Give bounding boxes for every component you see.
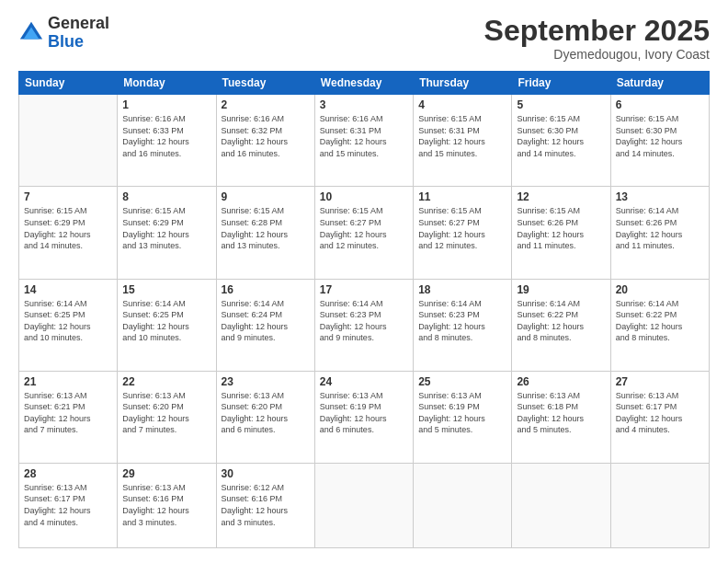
table-row: 17Sunrise: 6:14 AM Sunset: 6:23 PM Dayli… bbox=[314, 279, 413, 371]
col-friday: Friday bbox=[512, 72, 610, 95]
table-row: 30Sunrise: 6:12 AM Sunset: 6:16 PM Dayli… bbox=[216, 463, 314, 547]
day-number: 29 bbox=[122, 467, 210, 480]
day-number: 2 bbox=[222, 98, 310, 111]
day-number: 24 bbox=[320, 375, 408, 388]
table-row: 7Sunrise: 6:15 AM Sunset: 6:29 PM Daylig… bbox=[19, 187, 118, 279]
table-row: 22Sunrise: 6:13 AM Sunset: 6:20 PM Dayli… bbox=[118, 371, 216, 463]
day-info: Sunrise: 6:15 AM Sunset: 6:30 PM Dayligh… bbox=[517, 113, 605, 159]
table-row: 24Sunrise: 6:13 AM Sunset: 6:19 PM Dayli… bbox=[314, 371, 413, 463]
day-info: Sunrise: 6:15 AM Sunset: 6:29 PM Dayligh… bbox=[122, 205, 210, 251]
day-info: Sunrise: 6:14 AM Sunset: 6:26 PM Dayligh… bbox=[616, 205, 704, 251]
table-row: 3Sunrise: 6:16 AM Sunset: 6:31 PM Daylig… bbox=[314, 95, 413, 187]
day-number: 14 bbox=[24, 283, 112, 296]
day-number: 28 bbox=[24, 467, 112, 480]
table-row bbox=[314, 463, 413, 547]
table-row: 11Sunrise: 6:15 AM Sunset: 6:27 PM Dayli… bbox=[414, 187, 512, 279]
table-row: 23Sunrise: 6:13 AM Sunset: 6:20 PM Dayli… bbox=[216, 371, 314, 463]
day-number: 27 bbox=[616, 375, 704, 388]
location: Dyemedougou, Ivory Coast bbox=[484, 47, 710, 62]
table-row: 1Sunrise: 6:16 AM Sunset: 6:33 PM Daylig… bbox=[118, 95, 216, 187]
col-tuesday: Tuesday bbox=[216, 72, 314, 95]
day-number: 7 bbox=[24, 190, 112, 203]
logo-text: General Blue bbox=[48, 15, 109, 52]
day-number: 21 bbox=[24, 375, 112, 388]
logo: General Blue bbox=[18, 15, 109, 52]
day-info: Sunrise: 6:14 AM Sunset: 6:25 PM Dayligh… bbox=[122, 298, 210, 344]
table-row: 20Sunrise: 6:14 AM Sunset: 6:22 PM Dayli… bbox=[610, 279, 709, 371]
day-number: 9 bbox=[222, 190, 310, 203]
day-info: Sunrise: 6:13 AM Sunset: 6:16 PM Dayligh… bbox=[122, 482, 210, 528]
day-info: Sunrise: 6:15 AM Sunset: 6:26 PM Dayligh… bbox=[517, 205, 605, 251]
day-info: Sunrise: 6:15 AM Sunset: 6:27 PM Dayligh… bbox=[320, 205, 408, 251]
day-info: Sunrise: 6:15 AM Sunset: 6:30 PM Dayligh… bbox=[616, 113, 704, 159]
day-info: Sunrise: 6:15 AM Sunset: 6:27 PM Dayligh… bbox=[418, 205, 506, 251]
table-row: 25Sunrise: 6:13 AM Sunset: 6:19 PM Dayli… bbox=[414, 371, 512, 463]
month-title: September 2025 bbox=[484, 15, 710, 47]
table-row: 12Sunrise: 6:15 AM Sunset: 6:26 PM Dayli… bbox=[512, 187, 610, 279]
table-row: 15Sunrise: 6:14 AM Sunset: 6:25 PM Dayli… bbox=[118, 279, 216, 371]
day-info: Sunrise: 6:15 AM Sunset: 6:29 PM Dayligh… bbox=[24, 205, 112, 251]
col-wednesday: Wednesday bbox=[314, 72, 413, 95]
table-row: 26Sunrise: 6:13 AM Sunset: 6:18 PM Dayli… bbox=[512, 371, 610, 463]
day-number: 25 bbox=[418, 375, 506, 388]
day-number: 26 bbox=[517, 375, 605, 388]
day-number: 13 bbox=[616, 190, 704, 203]
table-row: 28Sunrise: 6:13 AM Sunset: 6:17 PM Dayli… bbox=[19, 463, 118, 547]
day-info: Sunrise: 6:13 AM Sunset: 6:18 PM Dayligh… bbox=[517, 390, 605, 436]
table-row bbox=[512, 463, 610, 547]
header: General Blue September 2025 Dyemedougou,… bbox=[18, 15, 710, 62]
table-row: 9Sunrise: 6:15 AM Sunset: 6:28 PM Daylig… bbox=[216, 187, 314, 279]
table-row bbox=[19, 95, 118, 187]
logo-icon bbox=[18, 20, 44, 46]
day-info: Sunrise: 6:15 AM Sunset: 6:28 PM Dayligh… bbox=[222, 205, 310, 251]
day-number: 4 bbox=[418, 98, 506, 111]
day-info: Sunrise: 6:14 AM Sunset: 6:22 PM Dayligh… bbox=[517, 298, 605, 344]
header-row: Sunday Monday Tuesday Wednesday Thursday… bbox=[19, 72, 710, 95]
col-sunday: Sunday bbox=[19, 72, 118, 95]
day-info: Sunrise: 6:13 AM Sunset: 6:17 PM Dayligh… bbox=[616, 390, 704, 436]
day-number: 12 bbox=[517, 190, 605, 203]
table-row: 5Sunrise: 6:15 AM Sunset: 6:30 PM Daylig… bbox=[512, 95, 610, 187]
day-number: 20 bbox=[616, 283, 704, 296]
day-number: 16 bbox=[222, 283, 310, 296]
table-row: 13Sunrise: 6:14 AM Sunset: 6:26 PM Dayli… bbox=[610, 187, 709, 279]
table-row: 19Sunrise: 6:14 AM Sunset: 6:22 PM Dayli… bbox=[512, 279, 610, 371]
table-row: 21Sunrise: 6:13 AM Sunset: 6:21 PM Dayli… bbox=[19, 371, 118, 463]
day-info: Sunrise: 6:13 AM Sunset: 6:20 PM Dayligh… bbox=[222, 390, 310, 436]
day-number: 6 bbox=[616, 98, 704, 111]
table-row: 16Sunrise: 6:14 AM Sunset: 6:24 PM Dayli… bbox=[216, 279, 314, 371]
day-number: 22 bbox=[122, 375, 210, 388]
calendar-table: Sunday Monday Tuesday Wednesday Thursday… bbox=[18, 71, 710, 548]
day-info: Sunrise: 6:15 AM Sunset: 6:31 PM Dayligh… bbox=[418, 113, 506, 159]
table-row: 10Sunrise: 6:15 AM Sunset: 6:27 PM Dayli… bbox=[314, 187, 413, 279]
day-info: Sunrise: 6:14 AM Sunset: 6:23 PM Dayligh… bbox=[320, 298, 408, 344]
table-row: 27Sunrise: 6:13 AM Sunset: 6:17 PM Dayli… bbox=[610, 371, 709, 463]
day-info: Sunrise: 6:16 AM Sunset: 6:32 PM Dayligh… bbox=[222, 113, 310, 159]
day-number: 19 bbox=[517, 283, 605, 296]
day-number: 17 bbox=[320, 283, 408, 296]
table-row: 6Sunrise: 6:15 AM Sunset: 6:30 PM Daylig… bbox=[610, 95, 709, 187]
day-info: Sunrise: 6:16 AM Sunset: 6:33 PM Dayligh… bbox=[122, 113, 210, 159]
day-info: Sunrise: 6:13 AM Sunset: 6:21 PM Dayligh… bbox=[24, 390, 112, 436]
col-saturday: Saturday bbox=[610, 72, 709, 95]
table-row bbox=[414, 463, 512, 547]
day-number: 10 bbox=[320, 190, 408, 203]
table-row: 4Sunrise: 6:15 AM Sunset: 6:31 PM Daylig… bbox=[414, 95, 512, 187]
day-info: Sunrise: 6:13 AM Sunset: 6:19 PM Dayligh… bbox=[320, 390, 408, 436]
day-number: 8 bbox=[122, 190, 210, 203]
day-info: Sunrise: 6:14 AM Sunset: 6:25 PM Dayligh… bbox=[24, 298, 112, 344]
col-thursday: Thursday bbox=[414, 72, 512, 95]
day-number: 18 bbox=[418, 283, 506, 296]
day-info: Sunrise: 6:13 AM Sunset: 6:17 PM Dayligh… bbox=[24, 482, 112, 528]
day-number: 11 bbox=[418, 190, 506, 203]
table-row: 18Sunrise: 6:14 AM Sunset: 6:23 PM Dayli… bbox=[414, 279, 512, 371]
logo-blue: Blue bbox=[48, 33, 109, 52]
day-info: Sunrise: 6:12 AM Sunset: 6:16 PM Dayligh… bbox=[222, 482, 310, 528]
table-row bbox=[610, 463, 709, 547]
logo-general: General bbox=[48, 15, 109, 33]
table-row: 8Sunrise: 6:15 AM Sunset: 6:29 PM Daylig… bbox=[118, 187, 216, 279]
day-info: Sunrise: 6:14 AM Sunset: 6:22 PM Dayligh… bbox=[616, 298, 704, 344]
calendar-page: General Blue September 2025 Dyemedougou,… bbox=[0, 0, 728, 563]
day-number: 5 bbox=[517, 98, 605, 111]
day-info: Sunrise: 6:13 AM Sunset: 6:20 PM Dayligh… bbox=[122, 390, 210, 436]
